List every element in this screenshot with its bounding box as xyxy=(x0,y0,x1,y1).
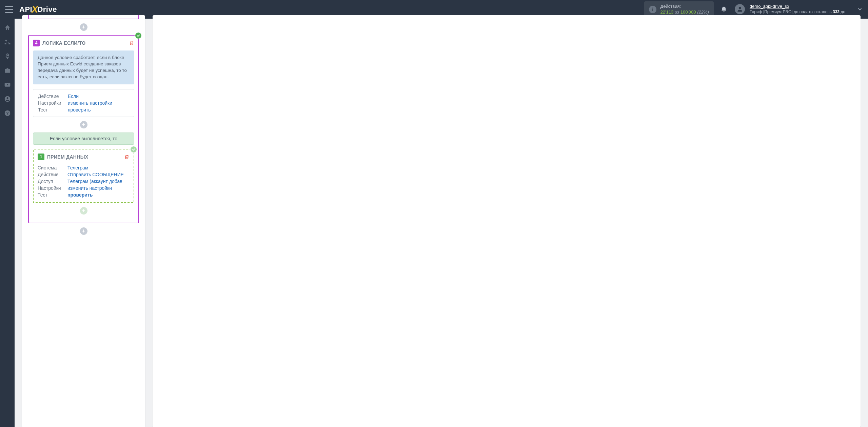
sidebar-billing[interactable] xyxy=(0,49,15,63)
step-number: 4 xyxy=(33,40,40,46)
info-icon: i xyxy=(649,6,656,13)
sidebar-briefcase[interactable] xyxy=(0,63,15,78)
svg-rect-3 xyxy=(8,43,10,44)
system-link[interactable]: Телеграм xyxy=(67,165,88,170)
data-receive-block: 1 ПРИЕМ ДАННЫХ Система Телеграм Действие… xyxy=(33,149,134,203)
row-test: Тест проверить xyxy=(38,191,130,198)
row-system: Система Телеграм xyxy=(38,164,130,171)
row-settings: Настройки изменить настройки xyxy=(38,100,129,106)
add-inner-step-button[interactable]: + xyxy=(80,207,87,215)
add-inner-step-button[interactable]: + xyxy=(80,121,87,128)
sidebar: ? xyxy=(0,19,15,427)
hamburger-menu[interactable] xyxy=(5,6,13,13)
chevron-down-icon[interactable] xyxy=(857,6,863,12)
settings-link[interactable]: изменить настройки xyxy=(67,185,112,191)
sidebar-connections[interactable] xyxy=(0,35,15,49)
logo-api: API xyxy=(19,5,32,14)
test-link[interactable]: проверить xyxy=(67,192,93,198)
actions-label: Действия: xyxy=(660,4,709,9)
svg-point-6 xyxy=(6,97,8,99)
action-link[interactable]: Отправить СООБЩЕНИЕ xyxy=(67,172,124,177)
step-number: 1 xyxy=(38,154,44,160)
svg-rect-2 xyxy=(4,43,6,44)
flow-panel: + 4 ЛОГИКА ЕСЛИ/ТО Данное условие сработ… xyxy=(22,15,145,427)
avatar-icon xyxy=(735,4,745,14)
add-step-button[interactable]: + xyxy=(80,227,87,235)
row-action: Действие Если xyxy=(38,93,129,100)
condition-true-bar: Если условие выполняется, то xyxy=(33,133,134,145)
logo[interactable]: APIXDrive xyxy=(19,4,57,15)
detail-panel xyxy=(153,15,861,427)
row-access: Доступ Телеграм (аккаунт добав xyxy=(38,178,130,185)
delete-icon[interactable] xyxy=(124,154,130,160)
sidebar-home[interactable] xyxy=(0,21,15,35)
svg-point-0 xyxy=(739,7,741,9)
svg-text:?: ? xyxy=(6,111,8,115)
bell-icon[interactable] xyxy=(721,6,727,13)
logic-settings-box: Действие Если Настройки изменить настрой… xyxy=(33,89,134,117)
user-menu[interactable]: demo_apix-drive_s3 Тариф |Премиум PRO| д… xyxy=(735,4,863,15)
row-settings: Настройки изменить настройки xyxy=(38,185,130,191)
row-action: Действие Отправить СООБЩЕНИЕ xyxy=(38,171,130,178)
status-check-icon xyxy=(130,146,137,153)
access-link[interactable]: Телеграм (аккаунт добав xyxy=(67,179,122,184)
step-title: ПРИЕМ ДАННЫХ xyxy=(47,154,88,160)
settings-link[interactable]: изменить настройки xyxy=(68,100,112,106)
logic-description: Данное условие сработает, если в блоке П… xyxy=(33,50,134,84)
action-link[interactable]: Если xyxy=(68,94,79,99)
test-link[interactable]: проверить xyxy=(68,107,91,113)
actions-value: 22'113 из 100'000 (22%) xyxy=(660,9,709,15)
step-title: ЛОГИКА ЕСЛИ/ТО xyxy=(42,40,85,46)
main-content: + 4 ЛОГИКА ЕСЛИ/ТО Данное условие сработ… xyxy=(15,19,868,427)
logo-drive: Drive xyxy=(37,5,57,14)
row-test: Тест проверить xyxy=(38,106,129,113)
sidebar-youtube[interactable] xyxy=(0,78,15,92)
delete-icon[interactable] xyxy=(129,40,134,46)
previous-block-edge xyxy=(28,15,139,19)
svg-rect-1 xyxy=(5,40,7,41)
sidebar-help[interactable]: ? xyxy=(0,106,15,120)
logic-if-block: 4 ЛОГИКА ЕСЛИ/ТО Данное условие сработае… xyxy=(28,35,139,223)
status-check-icon xyxy=(135,32,142,39)
user-name: demo_apix-drive_s3 xyxy=(750,4,845,9)
sidebar-profile[interactable] xyxy=(0,92,15,106)
add-step-button[interactable]: + xyxy=(80,23,87,31)
user-tariff: Тариф |Премиум PRO| до оплаты осталось 3… xyxy=(750,9,845,15)
